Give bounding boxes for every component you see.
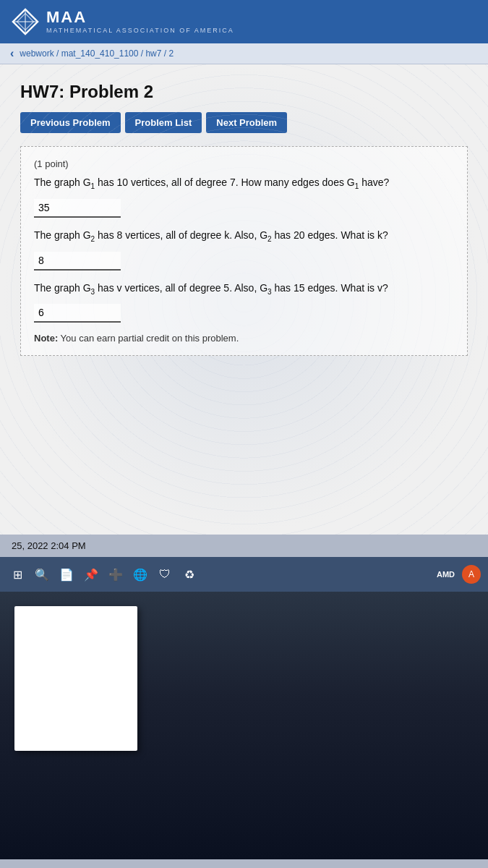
shield-taskbar-icon[interactable]: 🛡 <box>155 564 175 584</box>
p2-text-a: The graph G <box>34 229 91 241</box>
navigation-buttons: Previous Problem Problem List Next Probl… <box>20 112 468 133</box>
maa-subtitle: MATHEMATICAL ASSOCIATION OF AMERICA <box>46 27 234 34</box>
taskbar-amd-label: AMD <box>437 570 455 579</box>
answer-1-input[interactable] <box>34 199 121 218</box>
page-title: HW7: Problem 2 <box>20 82 468 102</box>
answer-2-input[interactable] <box>34 252 121 271</box>
maa-logo-icon <box>12 8 39 35</box>
browser-taskbar-icon[interactable]: 🌐 <box>130 564 150 584</box>
p1-text-a: The graph G <box>34 176 91 188</box>
taskbar: ⊞ 🔍 📄 📌 ➕ 🌐 🛡 ♻ AMD A <box>0 557 488 592</box>
p2-text-b: has 8 vertices, all of degree k. Also, G <box>95 229 267 241</box>
problem-box: (1 point) The graph G1 has 10 vertices, … <box>20 146 468 356</box>
pin-taskbar-icon[interactable]: 📌 <box>81 564 101 584</box>
timestamp: 25, 2022 2:04 PM <box>0 535 488 557</box>
previous-problem-button[interactable]: Previous Problem <box>20 112 121 133</box>
taskbar-avatar-icon[interactable]: A <box>462 565 481 584</box>
problem-list-button[interactable]: Problem List <box>125 112 202 133</box>
maa-header: MAA MATHEMATICAL ASSOCIATION OF AMERICA <box>0 0 488 43</box>
note-text: Note: You can earn partial credit on thi… <box>34 333 454 344</box>
search-taskbar-icon[interactable]: 🔍 <box>32 564 52 584</box>
main-content: HW7: Problem 2 Previous Problem Problem … <box>0 64 488 535</box>
p2-text-c: has 20 edges. What is k? <box>272 229 388 241</box>
problem-3-text: The graph G3 has v vertices, all of degr… <box>34 281 454 297</box>
breadcrumb-bar: ‹ webwork / mat_140_410_1100 / hw7 / 2 <box>0 43 488 64</box>
p3-text-a: The graph G <box>34 282 91 294</box>
problem-1-text: The graph G1 has 10 vertices, all of deg… <box>34 175 454 192</box>
note-content: You can earn partial credit on this prob… <box>58 333 239 344</box>
recycle-taskbar-icon[interactable]: ♻ <box>179 564 200 584</box>
breadcrumb-path: webwork / mat_140_410_1100 / hw7 / 2 <box>20 48 174 59</box>
start-icon[interactable]: ⊞ <box>7 564 27 584</box>
paper-stack <box>14 606 137 751</box>
p1-text-c: have? <box>359 176 389 188</box>
problem-points: (1 point) <box>34 158 454 169</box>
problem-2-text: The graph G2 has 8 vertices, all of degr… <box>34 228 454 244</box>
note-label: Note: <box>34 333 58 344</box>
taskbar-right-area: AMD A <box>437 565 481 584</box>
breadcrumb-back-button[interactable]: ‹ <box>10 47 14 60</box>
p3-text-b: has v vertices, all of degree 5. Also, G <box>95 282 267 294</box>
add-taskbar-icon[interactable]: ➕ <box>106 564 126 584</box>
p3-text-c: has 15 edges. What is v? <box>272 282 388 294</box>
answer-3-input[interactable] <box>34 304 121 323</box>
maa-logo-text: MAA <box>46 9 234 25</box>
files-taskbar-icon[interactable]: 📄 <box>56 564 77 584</box>
p1-text-b: has 10 vertices, all of degree 7. How ma… <box>95 176 355 188</box>
desk-area <box>0 592 488 859</box>
next-problem-button[interactable]: Next Problem <box>206 112 287 133</box>
